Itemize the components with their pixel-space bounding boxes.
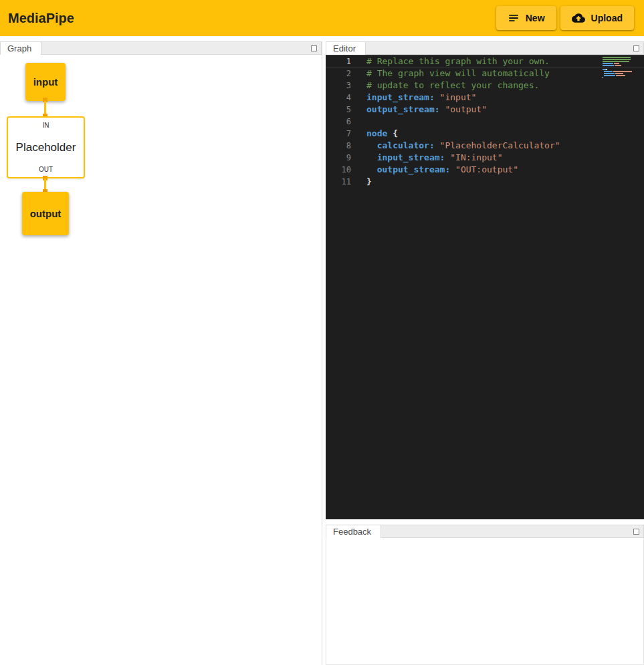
- app-header: MediaPipe New Upload: [0, 0, 644, 36]
- maximize-icon-editor[interactable]: [633, 45, 639, 51]
- new-button-label: New: [526, 13, 545, 23]
- graph-node-output[interactable]: output: [22, 192, 69, 235]
- minimap-line: [603, 73, 637, 74]
- header-buttons: New Upload: [496, 6, 634, 30]
- line-number[interactable]: 2: [326, 68, 351, 80]
- code-line[interactable]: 6: [326, 116, 644, 128]
- code-line-text: input_stream: "input": [366, 92, 476, 104]
- graph-node-input[interactable]: input: [25, 63, 66, 101]
- feedback-panel: Feedback: [326, 525, 644, 665]
- placeholder-in-port-label: IN: [43, 122, 49, 129]
- code-line[interactable]: 5output_stream: "output": [326, 104, 644, 116]
- minimap-line: [603, 57, 637, 58]
- minimap-line: [603, 63, 637, 64]
- minimap-line: [603, 77, 637, 78]
- maximize-icon-feedback[interactable]: [633, 529, 639, 535]
- code-line[interactable]: 2# The graph view will automatically: [326, 68, 644, 80]
- main-layout: Graph input IN Placeholder OUT output: [0, 36, 644, 665]
- line-number[interactable]: 9: [326, 152, 351, 164]
- placeholder-out-port-label: OUT: [39, 166, 53, 173]
- cloud-upload-icon: [572, 11, 585, 25]
- upload-button[interactable]: Upload: [560, 6, 634, 30]
- app-title: MediaPipe: [8, 11, 74, 26]
- code-line-text: }: [366, 176, 372, 188]
- graph-node-output-label: output: [30, 208, 62, 219]
- line-number[interactable]: 11: [326, 176, 351, 188]
- code-line[interactable]: 8 calculator: "PlaceholderCalculator": [326, 140, 644, 152]
- editor-panel: Editor 1# Replace this graph with your o…: [326, 41, 644, 519]
- minimap-line: [603, 61, 637, 62]
- minimap-line: [603, 71, 637, 72]
- line-number[interactable]: 1: [326, 55, 351, 68]
- new-button[interactable]: New: [496, 6, 556, 30]
- upload-button-label: Upload: [591, 13, 623, 23]
- code-line-text: # update to reflect your changes.: [366, 80, 539, 92]
- code-line-text: output_stream: "OUT:output": [366, 164, 518, 176]
- code-line-text: output_stream: "output": [366, 104, 487, 116]
- code-editor[interactable]: 1# Replace this graph with your own.2# T…: [326, 55, 644, 519]
- code-line[interactable]: 1# Replace this graph with your own.: [326, 55, 644, 68]
- line-number[interactable]: 5: [326, 104, 351, 116]
- tab-feedback[interactable]: Feedback: [326, 525, 381, 538]
- feedback-tabbar: Feedback: [326, 525, 644, 538]
- code-line-text: node {: [366, 128, 398, 140]
- feedback-content: [326, 538, 644, 665]
- graph-tabbar: Graph: [0, 41, 322, 55]
- minimap-line: [603, 69, 637, 70]
- minimap-line: [603, 65, 637, 66]
- menu-icon: [508, 12, 520, 24]
- line-number[interactable]: 3: [326, 80, 351, 92]
- code-line[interactable]: 7node {: [326, 128, 644, 140]
- minimap[interactable]: [603, 57, 637, 79]
- tab-editor[interactable]: Editor: [326, 41, 366, 55]
- code-line-text: # Replace this graph with your own.: [366, 55, 550, 68]
- minimap-line: [603, 67, 637, 68]
- editor-tabbar: Editor: [326, 41, 644, 55]
- minimap-line: [603, 59, 637, 60]
- code-lines: 1# Replace this graph with your own.2# T…: [326, 55, 644, 188]
- placeholder-label: Placeholder: [16, 141, 76, 154]
- graph-canvas[interactable]: input IN Placeholder OUT output: [0, 55, 322, 665]
- code-line[interactable]: 9 input_stream: "IN:input": [326, 152, 644, 164]
- code-line[interactable]: 11}: [326, 176, 644, 188]
- line-number[interactable]: 4: [326, 92, 351, 104]
- right-column: Editor 1# Replace this graph with your o…: [326, 41, 644, 665]
- code-line-text: input_stream: "IN:input": [366, 152, 503, 164]
- code-line-text: calculator: "PlaceholderCalculator": [366, 140, 560, 152]
- code-line-text: # The graph view will automatically: [366, 68, 550, 80]
- graph-node-input-label: input: [33, 76, 58, 88]
- code-line[interactable]: 10 output_stream: "OUT:output": [326, 164, 644, 176]
- tab-graph[interactable]: Graph: [0, 41, 41, 55]
- code-line[interactable]: 3# update to reflect your changes.: [326, 80, 644, 92]
- line-number[interactable]: 7: [326, 128, 351, 140]
- minimap-line: [603, 75, 637, 76]
- maximize-icon-graph[interactable]: [311, 45, 317, 51]
- line-number[interactable]: 10: [326, 164, 351, 176]
- line-number[interactable]: 8: [326, 140, 351, 152]
- line-number[interactable]: 6: [326, 116, 351, 128]
- code-line[interactable]: 4input_stream: "input": [326, 92, 644, 104]
- graph-node-placeholder[interactable]: IN Placeholder OUT: [7, 116, 85, 178]
- graph-panel: Graph input IN Placeholder OUT output: [0, 41, 322, 665]
